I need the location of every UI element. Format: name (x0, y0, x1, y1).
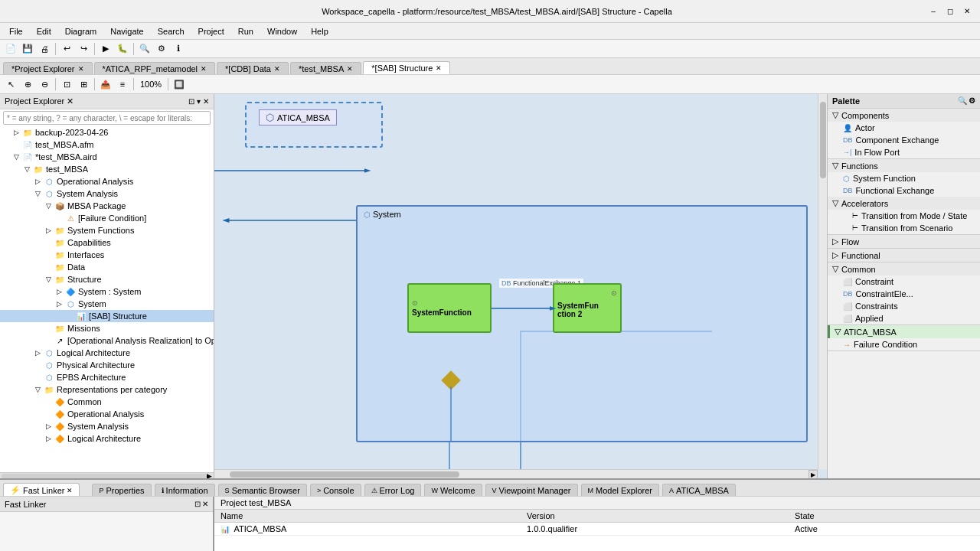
tree-item-logical-architecture[interactable]: ▷ ⬡ Logical Architecture (0, 347, 214, 359)
print-button[interactable]: 🖨 (37, 41, 52, 57)
expand-icon[interactable] (43, 251, 54, 259)
system-function-2[interactable]: ⊙ SystemFun ction 2 (553, 283, 622, 333)
expand-icon[interactable] (32, 373, 43, 381)
expand-icon[interactable] (43, 410, 54, 418)
tab-close-icon[interactable]: ✕ (436, 64, 442, 72)
diagram-canvas[interactable]: ⬡ ATICA_MBSA ⬡ System ⊙ SystemFunction (214, 94, 827, 478)
system-function-1[interactable]: ⊙ SystemFunction (407, 283, 492, 333)
col-state[interactable]: State (789, 510, 980, 523)
filter-bar[interactable] (3, 111, 211, 125)
tree-item-representations-per-category[interactable]: ▽ 📁 Representations per category (0, 383, 214, 396)
menu-run[interactable]: Run (232, 25, 260, 37)
palette-section-header-atica[interactable]: ▽ ATICA_MBSA (828, 325, 980, 338)
palette-item-transition-scenario[interactable]: ⊢ Transition from Scenario (828, 222, 980, 234)
maximize-button[interactable]: ◻ (943, 5, 957, 18)
expand-icon[interactable] (43, 239, 54, 246)
diagram-zoom-out[interactable]: ⊖ (37, 77, 52, 92)
expand-icon[interactable]: ▽ (21, 165, 32, 173)
tree-item-failure-condition[interactable]: ⚠ [Failure Condition] (0, 212, 214, 224)
tree-item-mbsa-package[interactable]: ▽ 📦 MBSA Package (0, 200, 214, 212)
tab-sab-structure[interactable]: *[SAB] Structure ✕ (363, 61, 450, 74)
run-button[interactable]: ▶ (98, 41, 113, 57)
expand-icon[interactable]: ▷ (54, 300, 64, 308)
tab-close-icon[interactable]: ✕ (78, 65, 84, 73)
tab-viewpoint-manager[interactable]: V Viewpoint Manager (485, 484, 578, 496)
palette-item-component-exchange[interactable]: DB Component Exchange (828, 134, 980, 146)
tree-item-interfaces[interactable]: 📁 Interfaces (0, 249, 214, 261)
search-icon[interactable]: 🔍 (137, 41, 152, 57)
bottom-data-table[interactable]: Name Version State (214, 510, 980, 551)
scroll-corner[interactable]: ▶ (808, 470, 818, 478)
fl-minimize-icon[interactable]: ⊡ (194, 500, 201, 508)
menu-project[interactable]: Project (192, 25, 230, 37)
table-row[interactable]: 📊 ATICA_MBSA 1.0.0.qualifier Active (214, 523, 980, 536)
expand-icon[interactable]: ▽ (43, 202, 54, 210)
palette-settings-icon[interactable]: ⚙ (969, 96, 975, 105)
diagram-export[interactable]: 📤 (98, 77, 113, 92)
tree-item-operational-analysis[interactable]: ▷ ⬡ Operational Analysis (0, 175, 214, 187)
tree-item-backup[interactable]: ▷ 📁 backup-2023-04-26 (0, 126, 214, 139)
tab-model-explorer[interactable]: M Model Explorer (581, 484, 659, 496)
tree-item-system-system[interactable]: ▷ 🔷 System : System (0, 285, 214, 298)
tree-item-system-analysis-2[interactable]: ▷ 🔶 System Analysis (0, 420, 214, 432)
tree-item-oa-realization[interactable]: ↗ [Operational Analysis Realization] to … (0, 334, 214, 347)
expand-icon[interactable]: ▽ (11, 153, 21, 161)
tree-item-system[interactable]: ▷ ⬡ System (0, 298, 214, 310)
tree-item-system-analysis[interactable]: ▽ ⬡ System Analysis (0, 187, 214, 200)
save-button[interactable]: 💾 (20, 41, 35, 57)
tree-item-logical-architecture-2[interactable]: ▷ 🔶 Logical Architecture (0, 432, 214, 445)
tab-cdb[interactable]: *[CDB] Data ✕ (217, 62, 289, 74)
expand-icon[interactable] (11, 141, 21, 148)
palette-item-functional-exchange[interactable]: DB Functional Exchange (828, 184, 980, 197)
tree-item-system-functions[interactable]: ▷ 📁 System Functions (0, 224, 214, 236)
expand-panel-button[interactable]: ▶ (207, 472, 212, 479)
menu-navigate[interactable]: Navigate (104, 25, 149, 37)
undo-button[interactable]: ↩ (59, 41, 74, 57)
tab-close-icon[interactable]: ✕ (347, 65, 353, 73)
expand-icon[interactable]: ▷ (11, 129, 21, 136)
expand-icon[interactable]: ▷ (32, 349, 43, 357)
tab-properties[interactable]: P Properties (92, 484, 151, 496)
tab-test-mbsa[interactable]: *test_MBSA ✕ (290, 62, 361, 74)
expand-icon[interactable] (54, 214, 64, 222)
palette-item-actor[interactable]: 👤 Actor (828, 122, 980, 134)
tab-fast-linker[interactable]: ⚡ Fast Linker ✕ (3, 483, 80, 496)
expand-icon[interactable]: ▽ (32, 386, 43, 393)
tab-error-log[interactable]: ⚠ Error Log (364, 484, 422, 496)
redo-button[interactable]: ↪ (76, 41, 91, 57)
palette-section-header-functions[interactable]: ▽ Functions (828, 159, 980, 172)
tree-item-aird[interactable]: ▽ 📄 *test_MBSA.aird (0, 151, 214, 163)
col-name[interactable]: Name (214, 510, 521, 523)
expand-icon[interactable] (43, 337, 54, 344)
palette-section-header-common[interactable]: ▽ Common (828, 262, 980, 276)
tree-item-testmbsa[interactable]: ▽ 📁 test_MBSA (0, 163, 214, 175)
expand-icon[interactable]: ▷ (32, 178, 43, 185)
palette-item-in-flow-port[interactable]: →| In Flow Port (828, 146, 980, 158)
palette-section-header-accelerators-nested[interactable]: ▽ Accelerators (828, 197, 980, 210)
v-scrollbar[interactable] (818, 94, 827, 469)
debug-button[interactable]: 🐛 (115, 41, 130, 57)
expand-icon[interactable] (43, 324, 54, 332)
tab-close-icon[interactable]: ✕ (201, 65, 207, 73)
expand-icon[interactable] (43, 398, 54, 406)
diagram-layers[interactable]: ≡ (115, 77, 130, 92)
tab-console[interactable]: > Console (310, 484, 361, 496)
palette-item-applied[interactable]: ⬜ Applied (828, 312, 980, 324)
expand-icon[interactable] (64, 312, 75, 320)
tab-atica-mbsa[interactable]: A ATICA_MBSA (662, 484, 736, 496)
menu-edit[interactable]: Edit (31, 25, 57, 37)
expand-icon[interactable]: ▷ (43, 435, 54, 442)
menu-help[interactable]: Help (305, 25, 335, 37)
tree-item-capabilities[interactable]: 📁 Capabilities (0, 236, 214, 249)
expand-icon[interactable] (43, 263, 54, 271)
expand-icon[interactable]: ▷ (43, 227, 54, 234)
expand-icon[interactable]: ▷ (43, 422, 54, 430)
selection-box[interactable]: ⬡ ATICA_MBSA (245, 102, 383, 148)
tree-item-common[interactable]: 🔶 Common (0, 396, 214, 408)
palette-section-header-components[interactable]: ▽ Components (828, 109, 980, 122)
tab-welcome[interactable]: W Welcome (424, 484, 482, 496)
diagram-tool-1[interactable]: 🔲 (172, 77, 187, 92)
tree-item-missions[interactable]: 📁 Missions (0, 322, 214, 334)
tree-item-structure[interactable]: ▽ 📁 Structure (0, 273, 214, 285)
h-scroll-thumb[interactable] (230, 471, 459, 478)
